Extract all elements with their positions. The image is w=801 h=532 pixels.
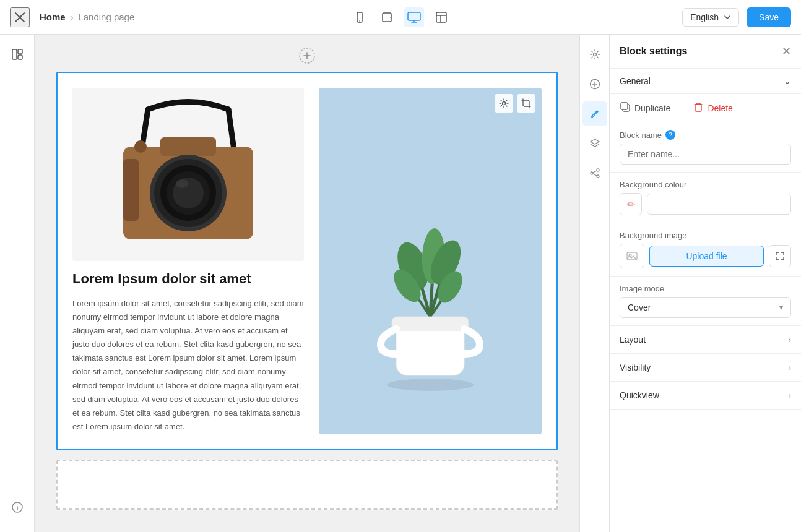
image-mode-label: Image mode [620,284,791,293]
svg-point-32 [134,140,147,153]
quickview-chevron: › [788,390,791,400]
svg-rect-61 [695,105,701,111]
general-chevron[interactable]: ⌄ [784,76,791,86]
rpanel-edit-icon[interactable] [582,101,607,126]
delete-label: Delete [708,103,732,113]
rpanel-layers-icon[interactable] [582,131,607,156]
svg-point-56 [591,172,593,174]
save-button[interactable]: Save [747,7,791,27]
color-value-input[interactable] [647,194,791,215]
block-body: Lorem ipsum dolor sit amet, consetetur s… [72,297,304,434]
svg-point-55 [597,175,599,178]
block-settings-panel: Block settings ✕ General ⌄ Duplicate [609,35,801,532]
image-placeholder [620,244,644,268]
block-title: Lorem Ipsum dolor sit amet [72,271,304,287]
language-selector[interactable]: English [682,8,739,27]
color-row: ✏ [620,193,791,215]
visibility-section[interactable]: Visibility › [610,354,801,382]
panel-title: Block settings [620,46,687,57]
block-right-controls [495,94,535,113]
block-settings-button[interactable] [495,94,513,113]
main-layout: Lorem Ipsum dolor sit amet Lorem ipsum d… [0,35,801,532]
background-image-field: Background image Upload file [610,223,801,277]
fullscreen-button[interactable] [769,245,791,267]
image-mode-field: Image mode Cover ▾ [610,277,801,326]
upload-file-button[interactable]: Upload file [649,246,764,267]
rpanel-settings-icon[interactable] [582,42,607,67]
svg-rect-9 [436,12,446,22]
select-arrow-icon: ▾ [779,303,783,312]
quickview-section[interactable]: Quickview › [610,382,801,410]
camera-image [72,88,304,261]
duplicate-button[interactable]: Duplicate [620,101,670,115]
topbar-device-controls [350,7,451,27]
sidebar-icon-layout[interactable] [5,42,30,67]
image-upload-row: Upload file [620,244,791,268]
page-block: Lorem Ipsum dolor sit amet Lorem ipsum d… [56,72,558,450]
svg-point-5 [390,17,391,18]
duplicate-icon [620,101,631,115]
canvas-area: Lorem Ipsum dolor sit amet Lorem ipsum d… [35,35,579,532]
layout-section[interactable]: Layout › [610,326,801,354]
general-section: General ⌄ [610,69,801,94]
background-image-label: Background image [620,231,791,240]
panel-header: Block settings ✕ [610,35,801,69]
svg-line-57 [593,171,597,173]
svg-line-53 [596,112,597,113]
color-pen-icon: ✏ [627,199,635,210]
block-name-field: Block name ? [610,122,801,173]
svg-point-3 [359,20,360,22]
breadcrumb: Home › Landing page [40,12,134,22]
rpanel-add-icon[interactable] [582,72,607,97]
block-name-label: Block name ? [620,130,791,140]
device-tablet-button[interactable] [377,7,397,27]
visibility-label: Visibility [620,363,651,372]
visibility-chevron: › [788,363,791,372]
image-mode-select[interactable]: Cover ▾ [620,297,791,318]
background-colour-field: Background colour ✏ [610,173,801,223]
breadcrumb-page: Landing page [78,12,134,22]
action-row: Duplicate Delete [610,94,801,122]
empty-block [56,460,558,510]
block-name-help[interactable]: ? [665,130,675,140]
duplicate-label: Duplicate [634,103,670,113]
layout-chevron: › [788,335,791,345]
left-sidebar [0,35,35,532]
svg-point-17 [17,505,18,506]
add-block-button[interactable] [298,47,316,64]
device-layout-button[interactable] [431,7,451,27]
sidebar-icon-info[interactable] [5,495,30,520]
image-mode-value: Cover [628,302,779,312]
svg-rect-13 [18,49,22,54]
svg-rect-12 [12,49,17,59]
panel-close-button[interactable]: ✕ [782,45,791,58]
block-left: Lorem Ipsum dolor sit amet Lorem ipsum d… [72,88,304,434]
right-panel-icons [579,35,609,532]
block-name-input[interactable] [620,144,791,165]
svg-rect-4 [383,13,391,22]
language-label: English [690,12,719,22]
quickview-label: Quickview [620,390,659,400]
breadcrumb-home[interactable]: Home [40,12,66,22]
block-right-image [319,88,542,434]
topbar-right: English Save [451,7,791,27]
breadcrumb-separator: › [71,12,74,22]
svg-rect-25 [160,137,216,156]
rpanel-share-icon[interactable] [582,161,607,186]
close-button[interactable] [10,7,30,27]
svg-rect-33 [123,159,139,221]
delete-button[interactable]: Delete [693,101,732,115]
general-label: General [620,76,651,86]
layout-label: Layout [620,335,646,345]
color-picker-button[interactable]: ✏ [620,193,642,215]
device-desktop-button[interactable] [404,7,424,27]
block-crop-button[interactable] [517,94,535,113]
background-colour-label: Background colour [620,180,791,189]
svg-point-31 [176,179,188,188]
svg-line-58 [593,174,597,176]
general-section-row[interactable]: General ⌄ [620,76,791,86]
svg-rect-14 [18,55,22,59]
device-mobile-button[interactable] [350,7,370,27]
svg-point-49 [593,53,596,56]
svg-point-34 [503,102,506,105]
